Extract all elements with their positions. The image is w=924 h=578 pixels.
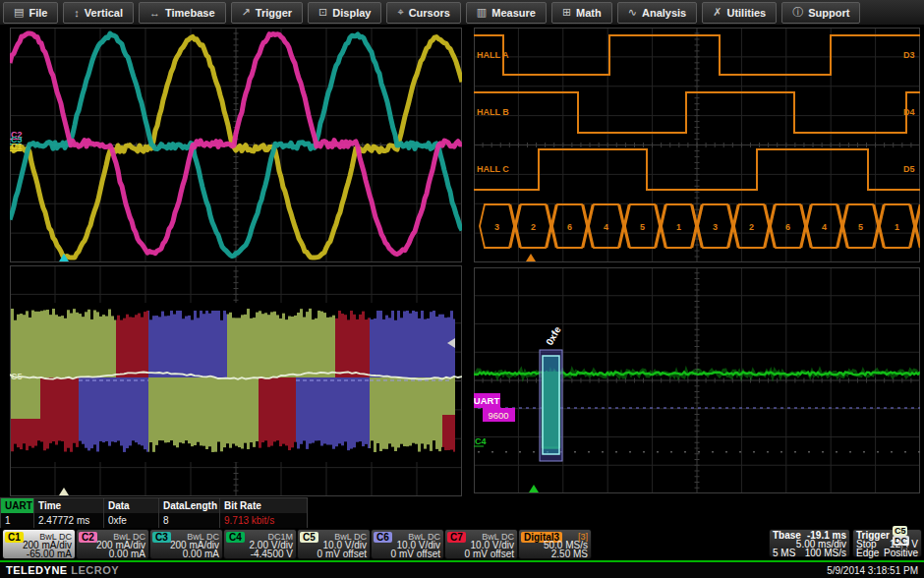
- uart-cell: 8: [159, 513, 220, 528]
- menu-button-vertical[interactable]: ↕Vertical: [63, 2, 134, 24]
- channel-chip: C7: [447, 532, 466, 543]
- channel-offset: 0.00 mA: [109, 549, 145, 559]
- pwm-block: [11, 309, 116, 379]
- channel-descriptor-c4[interactable]: C4DC1M2.00 V/div-4.4500 V: [223, 529, 297, 559]
- channel-descriptor-c3[interactable]: C3BwL DC200 mA/div0.00 mA: [149, 529, 223, 559]
- measure-icon: ▥: [477, 6, 487, 19]
- menu-button-utilities[interactable]: ✗Utilities: [702, 2, 777, 24]
- menu-button-trigger[interactable]: ↗Trigger: [231, 2, 304, 24]
- uart-cell: 1: [1, 513, 34, 528]
- uart-cell: 9.713 kbit/s: [220, 513, 307, 528]
- signal-label: HALL A: [477, 50, 509, 60]
- bus-value: 3: [494, 222, 499, 232]
- menu-button-math[interactable]: ⊞Math: [551, 2, 612, 24]
- bus-value: 3: [713, 222, 718, 232]
- channel-descriptor-c6[interactable]: C6BwL DC10.0 V/div0 mV offset: [371, 529, 444, 559]
- menu-label: Analysis: [642, 7, 686, 19]
- uart-table-row[interactable]: 12.47772 ms0xfe89.713 kbit/s: [1, 513, 307, 528]
- bl-trigger-position-marker[interactable]: [59, 488, 69, 495]
- bus-value: 2: [749, 222, 754, 232]
- menu-label: Support: [808, 7, 849, 19]
- channel-chip: C5: [300, 532, 318, 543]
- trigger-source-chip: C5: [893, 526, 908, 536]
- uart-protocol-label: UART: [474, 395, 499, 406]
- menu-label: Utilities: [726, 7, 766, 19]
- pwm-block: [116, 311, 148, 377]
- channel-offset: 2.50 MS: [551, 549, 588, 559]
- bus-value: 1: [895, 222, 899, 232]
- digital-line-label: D4: [903, 107, 915, 117]
- grid-quadrant-top-left-analog-currents[interactable]: C2C3C1: [10, 28, 462, 262]
- pwm-block: [11, 377, 40, 421]
- bus-value: 2: [531, 222, 536, 232]
- channel-descriptor-c1[interactable]: C1BwL DC200 mA/div-65.00 mA: [2, 529, 76, 559]
- cursors-icon: ⌖: [397, 6, 403, 19]
- signal-label: HALL B: [477, 107, 509, 117]
- trigger-descriptor[interactable]: Trigger C5 DC Stop 12.4 V Edge Positive: [852, 529, 922, 557]
- pwm-block: [148, 311, 227, 377]
- tr-trigger-position-marker[interactable]: [526, 254, 536, 261]
- menu-label: Trigger: [256, 7, 292, 19]
- uart-table-header: UARTTimeDataDataLengthBit Rate: [1, 498, 307, 513]
- channel-zero-marker-c1[interactable]: C1: [11, 142, 23, 151]
- analysis-icon: ∿: [628, 6, 637, 19]
- channel-chip: C3: [152, 532, 171, 543]
- bus-value: 5: [858, 222, 863, 232]
- channel-zero-marker-c5[interactable]: C5: [11, 372, 23, 381]
- clock: 5/9/2014 3:18:51 PM: [827, 565, 918, 576]
- menu-button-analysis[interactable]: ∿Analysis: [617, 2, 697, 24]
- menu-button-display[interactable]: ⊡Display: [308, 2, 381, 24]
- pwm-block: [370, 311, 455, 377]
- channel-chip: C1: [5, 532, 24, 543]
- menu-button-cursors[interactable]: ⌖Cursors: [386, 2, 460, 24]
- math-icon: ⊞: [562, 6, 571, 19]
- tbase-samples: 5 MS: [773, 549, 795, 557]
- menu-button-measure[interactable]: ▥Measure: [466, 2, 547, 24]
- menu-button-timebase[interactable]: ↔Timebase: [139, 2, 226, 24]
- menu-label: Display: [332, 7, 371, 19]
- decode-data-box: [543, 356, 559, 454]
- channel-chip: C4: [226, 532, 245, 543]
- pwm-phase-voltage-plot: C5: [10, 265, 462, 496]
- channel-offset: -4.4500 V: [251, 549, 293, 559]
- menu-button-file[interactable]: ▤File: [3, 2, 58, 24]
- uart-cell: 0xfe: [104, 513, 159, 528]
- channel-descriptor-digital3[interactable]: Digital3[3]50.0 MS/s2.50 MS: [518, 529, 592, 559]
- channel-offset: 0.00 mA: [183, 549, 219, 559]
- menu-label: Measure: [491, 7, 536, 19]
- bus-value: 6: [567, 222, 572, 232]
- file-icon: ▤: [14, 6, 24, 19]
- uart-decode-table[interactable]: UARTTimeDataDataLengthBit Rate12.47772 m…: [0, 497, 308, 530]
- timebase-descriptor[interactable]: Tbase -19.1 ms 5.00 ms/div 5 MS 100 MS/s: [769, 529, 850, 557]
- grid-quadrant-top-right-digital-hall[interactable]: HALL AD3HALL BD4HALL CD5326451326451: [474, 28, 920, 262]
- menu-label: Timebase: [165, 7, 215, 19]
- vertical-icon: ↕: [74, 7, 80, 19]
- channel-descriptor-bar: Tbase -19.1 ms 5.00 ms/div 5 MS 100 MS/s…: [0, 528, 924, 560]
- bus-value: 1: [676, 222, 681, 232]
- hall-digital-plot: HALL AD3HALL BD4HALL CD5326451326451: [474, 28, 920, 262]
- trigger-type: Edge: [856, 549, 879, 557]
- grid-quadrant-bottom-left-phase-voltages[interactable]: C5: [10, 265, 462, 496]
- menu-label: File: [29, 7, 47, 19]
- grid-quadrant-bottom-right-uart[interactable]: 0xfeUART9600C4: [474, 267, 920, 493]
- bus-value: 5: [640, 222, 645, 232]
- uart-table-title: UART: [1, 498, 34, 513]
- menu-button-support[interactable]: ⓘSupport: [781, 2, 860, 24]
- channel-offset: 0 mV offset: [465, 549, 514, 559]
- digital-line-label: D3: [903, 50, 915, 60]
- channel-offset: 0 mV offset: [391, 549, 440, 559]
- menu-bar: ▤File↕Vertical↔Timebase↗Trigger⊡Display⌖…: [0, 0, 924, 26]
- channel-descriptor-c5[interactable]: C5BwL DC10.0 V/div0 mV offset: [297, 529, 371, 559]
- menu-label: Math: [576, 7, 602, 19]
- channel-zero-marker-c4[interactable]: C4: [475, 436, 487, 446]
- br-trigger-position-marker[interactable]: [529, 485, 539, 492]
- three-phase-current-plot: C2C3C1: [10, 28, 462, 262]
- bus-value: 4: [822, 222, 827, 232]
- timebase-icon: ↔: [149, 7, 160, 19]
- channel-descriptor-c7[interactable]: C7BwL DC10.0 V/div0 mV offset: [444, 529, 518, 559]
- menu-label: Vertical: [85, 7, 123, 19]
- waveform-display-area: C2C3C1 HALL AD3HALL BD4HALL CD5326451326…: [0, 26, 924, 528]
- channel-descriptor-c2[interactable]: C2BwL DC200 mA/div0.00 mA: [76, 529, 149, 559]
- trigger-slope: Positive: [884, 549, 918, 557]
- uart-cell: 2.47772 ms: [34, 513, 104, 528]
